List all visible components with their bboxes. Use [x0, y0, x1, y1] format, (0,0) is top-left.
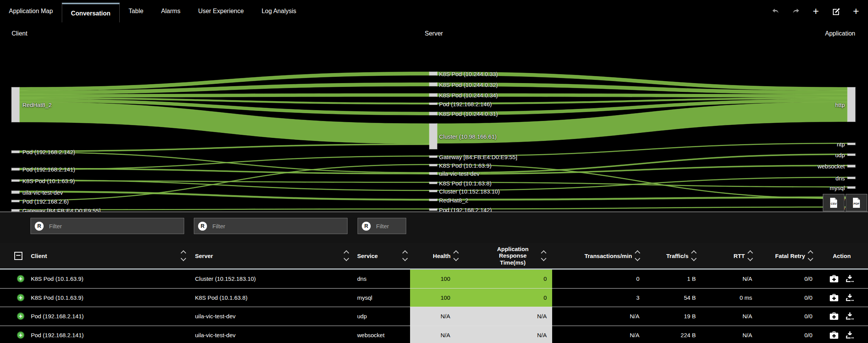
table-row[interactable]: + K8S Pod (10.1.63.9) Cluster (10.152.18… [0, 270, 868, 289]
download-icon[interactable] [846, 294, 854, 301]
sankey-node-label[interactable]: K8S Pod (10.244.0.33) [439, 70, 498, 77]
sankey-node-label[interactable]: K8S Pod (10.1.63.9) [22, 177, 75, 184]
sankey-node-bar[interactable] [12, 151, 19, 153]
sankey-node-label[interactable]: Pod (192.168.2.146) [439, 100, 492, 107]
sankey-node-bar[interactable] [12, 200, 19, 202]
tab-application-map[interactable]: Application Map [0, 0, 62, 22]
diagnose-icon[interactable] [830, 312, 838, 320]
sankey-node-bar[interactable] [429, 209, 437, 211]
sankey-node-bar[interactable] [429, 83, 437, 86]
sankey-node-bar[interactable] [429, 156, 437, 158]
sankey-node-bar[interactable] [848, 143, 855, 145]
column-header-traffic[interactable]: Traffic/s [646, 243, 702, 268]
table-row[interactable]: + Pod (192.168.2.141) uila-vic-test-dev … [0, 307, 868, 326]
sankey-node-bar[interactable] [429, 103, 437, 105]
edit-icon[interactable] [831, 6, 841, 16]
sankey-node-bar[interactable] [12, 191, 19, 194]
sankey-node-bar[interactable] [848, 154, 855, 156]
expand-row-icon[interactable]: + [17, 294, 24, 301]
sort-icon[interactable] [344, 251, 348, 260]
service-filter[interactable]: R [358, 218, 406, 234]
sankey-node-label[interactable]: Pod (192.168.2.141) [22, 166, 75, 173]
sankey-node-label[interactable]: RedHat8_2 [439, 197, 468, 203]
sankey-node-label[interactable]: K8S Pod (10.244.0.32) [439, 81, 498, 88]
table-row[interactable]: + K8S Pod (10.1.63.9) K8S Pod (10.1.63.8… [0, 289, 868, 307]
collapse-all-icon[interactable] [14, 252, 22, 260]
column-header-client[interactable]: Client [29, 243, 189, 268]
sankey-node-bar[interactable] [848, 87, 855, 122]
sankey-node-bar[interactable] [12, 209, 19, 211]
diagnose-icon[interactable] [830, 294, 838, 301]
sankey-node-bar[interactable] [429, 172, 437, 175]
diagnose-icon[interactable] [830, 331, 838, 339]
sankey-node-label[interactable]: K8S Pod (10.1.63.9) [439, 162, 492, 168]
tab-log-analysis[interactable]: Log Analysis [253, 0, 305, 22]
export-csv-button[interactable]: CSV [823, 194, 844, 211]
column-header-fatal-retry[interactable]: Fatal Retry [756, 243, 815, 268]
sankey-node-label[interactable]: Gateway [B4:FB:E4:D0:E9:55] [439, 153, 517, 160]
sankey-node-bar[interactable] [429, 72, 437, 75]
sankey-node-bar[interactable] [429, 199, 437, 201]
diagnose-icon[interactable] [830, 275, 838, 282]
regex-icon[interactable]: R [35, 222, 44, 231]
column-header-rtt[interactable]: RTT [702, 243, 756, 268]
sort-icon[interactable] [181, 251, 185, 260]
tab-table[interactable]: Table [120, 0, 152, 22]
sort-icon[interactable] [748, 251, 752, 260]
sankey-node-label[interactable]: K8S Pod (10.1.63.8) [439, 180, 492, 186]
download-icon[interactable] [846, 331, 854, 339]
sort-icon[interactable] [454, 251, 458, 260]
service-filter-input[interactable] [375, 222, 403, 230]
sankey-node-bar[interactable] [429, 190, 437, 192]
download-icon[interactable] [846, 275, 854, 282]
sankey-node-label[interactable]: K8S Pod (10.244.0.31) [439, 110, 498, 117]
sankey-node-label[interactable]: uila-vic-test-dev [439, 170, 480, 177]
sankey-node-label[interactable]: Pod (192.168.2.6) [22, 198, 69, 204]
sankey-node-label[interactable]: uila-vic-test-dev [22, 189, 63, 195]
sankey-node-bar[interactable] [429, 124, 437, 149]
sort-icon[interactable] [636, 251, 639, 260]
sankey-node-label[interactable]: Cluster (10.152.183.10) [439, 188, 500, 194]
column-header-transactions[interactable]: Transactions/min [552, 243, 646, 268]
sankey-node-label[interactable]: Cluster (10.98.166.61) [439, 133, 497, 140]
sankey-node-label[interactable]: Pod (192.168.2.142) [22, 149, 75, 155]
sankey-node-bar[interactable] [429, 112, 437, 115]
tab-user-experience[interactable]: User Experience [189, 0, 253, 22]
sort-icon[interactable] [809, 251, 812, 260]
sankey-node-label[interactable]: udp [835, 151, 845, 158]
sankey-node-bar[interactable] [848, 177, 855, 179]
export-pdf-button[interactable]: PDF [846, 194, 867, 211]
server-filter[interactable]: R [194, 218, 348, 234]
sankey-node-bar[interactable] [12, 168, 19, 170]
undo-icon[interactable] [771, 6, 781, 16]
tab-conversation[interactable]: Conversation [62, 3, 120, 22]
expand-row-icon[interactable]: + [17, 331, 24, 339]
expand-row-icon[interactable]: + [17, 312, 24, 320]
sankey-node-label[interactable]: K8S Pod (10.244.0.34) [439, 92, 498, 98]
server-filter-input[interactable] [212, 222, 345, 230]
expand-row-icon[interactable]: + [17, 275, 24, 282]
sort-icon[interactable] [692, 251, 696, 260]
sankey-node-label[interactable]: mysql [830, 184, 845, 191]
sankey-node-label[interactable]: http [835, 101, 845, 108]
sankey-node-bar[interactable] [429, 93, 437, 97]
sankey-node-label[interactable]: dns [836, 175, 845, 181]
sankey-node-bar[interactable] [12, 180, 19, 182]
add-icon-2[interactable]: + [851, 6, 861, 16]
redo-icon[interactable] [791, 6, 801, 16]
client-filter[interactable]: R [31, 218, 184, 234]
sankey-node-label[interactable]: websocket [817, 163, 845, 170]
sankey-node-label[interactable]: ntp [837, 141, 845, 147]
sort-icon[interactable] [542, 251, 546, 260]
tab-alarms[interactable]: Alarms [152, 0, 189, 22]
column-header-response-time[interactable]: Application Response Time(ms) [481, 243, 552, 268]
regex-icon[interactable]: R [198, 222, 207, 231]
sankey-node-bar[interactable] [848, 187, 855, 188]
sankey-node-bar[interactable] [12, 87, 19, 122]
sort-icon[interactable] [403, 251, 407, 260]
column-header-server[interactable]: Server [189, 243, 352, 268]
column-header-service[interactable]: Service [352, 243, 410, 268]
column-header-health[interactable]: Health [410, 243, 481, 268]
sankey-node-bar[interactable] [429, 182, 437, 184]
client-filter-input[interactable] [48, 222, 181, 230]
